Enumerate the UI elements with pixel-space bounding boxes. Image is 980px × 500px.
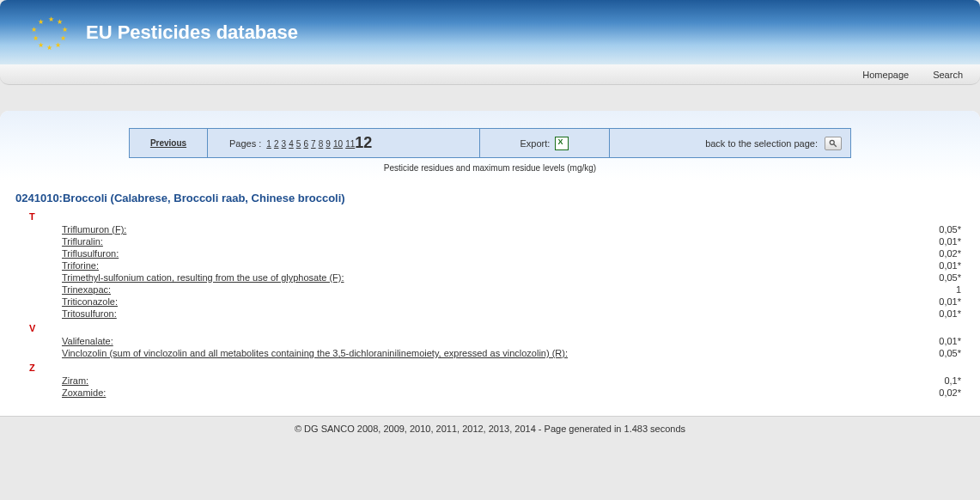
footer: © DG SANCO 2008, 2009, 2010, 2011, 2012,… <box>0 417 980 441</box>
table-row: Triflumuron (F):0,05* <box>15 223 965 235</box>
table-row: Triticonazole:0,01* <box>15 296 965 308</box>
page-link-3[interactable]: 3 <box>282 139 287 149</box>
page-link-2[interactable]: 2 <box>274 139 279 149</box>
residue-value: 0,02* <box>898 247 965 259</box>
substance-link[interactable]: Trifluralin: <box>62 236 103 247</box>
group-letter-Z: Z <box>29 363 965 373</box>
substance-link[interactable]: Trimethyl-sulfonium cation, resulting fr… <box>62 272 344 283</box>
substance-link[interactable]: Triflumuron (F): <box>62 224 126 235</box>
residue-value: 1 <box>898 284 965 296</box>
substance-link[interactable]: Ziram: <box>62 375 88 386</box>
page-link-7[interactable]: 7 <box>311 139 316 149</box>
substance-link[interactable]: Triforine: <box>62 260 99 271</box>
table-subtitle: Pesticide residues and maximum residue l… <box>0 163 980 173</box>
table-row: Trifluralin:0,01* <box>15 235 965 247</box>
content-panel: Previous Pages : 1 2 3 4 5 6 7 8 9 10 11… <box>0 111 980 417</box>
back-label: back to the selection page: <box>705 138 818 149</box>
page-link-8[interactable]: 8 <box>319 139 324 149</box>
table-row: Trinexapac:1 <box>15 284 965 296</box>
residue-value: 0,05* <box>898 223 965 235</box>
residue-value: 0,01* <box>898 335 965 347</box>
substance-link[interactable]: Tritosulfuron: <box>62 308 117 319</box>
svg-line-1 <box>834 143 837 146</box>
substance-link[interactable]: Trinexapac: <box>62 284 111 295</box>
page-link-4[interactable]: 4 <box>289 139 294 149</box>
group-letter-T: T <box>29 211 965 222</box>
pagination: Pages : 1 2 3 4 5 6 7 8 9 10 11 12 <box>208 129 480 157</box>
nav-search[interactable]: Search <box>933 70 963 80</box>
table-row: Ziram:0,1* <box>15 375 965 387</box>
page-link-10[interactable]: 10 <box>333 139 343 149</box>
residue-value: 0,01* <box>898 308 965 320</box>
nav-homepage[interactable]: Homepage <box>862 70 909 80</box>
table-row: Zoxamide:0,02* <box>15 387 965 399</box>
header-banner: ★ ★ ★ ★ ★ ★ ★ ★ ★ ★ EU Pesticides databa… <box>0 0 980 64</box>
export-label: Export: <box>520 138 551 149</box>
top-nav: Homepage Search <box>0 64 980 85</box>
residue-value: 0,01* <box>898 296 965 308</box>
table-row: Vinclozolin (sum of vinclozolin and all … <box>15 347 965 359</box>
group-letter-V: V <box>29 323 965 333</box>
table-row: Triflusulfuron:0,02* <box>15 247 965 259</box>
page-link-9[interactable]: 9 <box>326 139 331 149</box>
substance-link[interactable]: Vinclozolin (sum of vinclozolin and all … <box>62 348 568 358</box>
current-page: 12 <box>355 134 372 152</box>
substance-link[interactable]: Triflusulfuron: <box>62 248 119 259</box>
toolbar: Previous Pages : 1 2 3 4 5 6 7 8 9 10 11… <box>129 128 851 158</box>
product-title: 0241010:Broccoli (Calabrese, Broccoli ra… <box>15 192 965 204</box>
page-link-5[interactable]: 5 <box>296 139 301 149</box>
residue-value: 0,05* <box>898 271 965 284</box>
prev-page-link[interactable]: Previous <box>150 138 186 148</box>
site-title: EU Pesticides database <box>86 21 298 44</box>
residue-value: 0,1* <box>898 375 965 387</box>
page-link-6[interactable]: 6 <box>303 139 308 149</box>
page-link-11[interactable]: 11 <box>345 139 355 149</box>
residue-value: 0,02* <box>898 387 965 399</box>
table-row: Trimethyl-sulfonium cation, resulting fr… <box>15 271 965 284</box>
table-row: Valifenalate:0,01* <box>15 335 965 347</box>
export-excel-icon[interactable] <box>555 137 569 150</box>
page-link-1[interactable]: 1 <box>266 139 271 149</box>
substance-link[interactable]: Zoxamide: <box>62 387 106 398</box>
table-row: Triforine:0,01* <box>15 259 965 271</box>
residue-value: 0,01* <box>898 259 965 271</box>
residue-value: 0,05* <box>898 347 965 359</box>
substance-link[interactable]: Valifenalate: <box>62 336 113 346</box>
substance-link[interactable]: Triticonazole: <box>62 296 118 307</box>
svg-point-0 <box>830 140 834 144</box>
eu-stars-logo: ★ ★ ★ ★ ★ ★ ★ ★ ★ ★ <box>34 15 69 50</box>
pages-label: Pages : <box>229 138 261 149</box>
table-row: Tritosulfuron:0,01* <box>15 308 965 320</box>
residue-value: 0,01* <box>898 235 965 247</box>
search-icon[interactable] <box>825 137 842 150</box>
